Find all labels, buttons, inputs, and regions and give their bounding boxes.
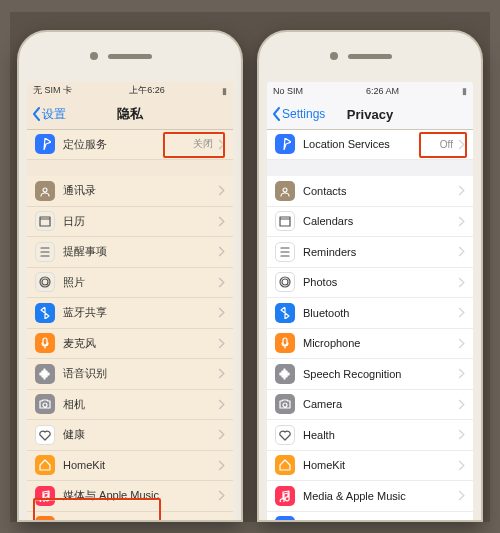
row-label: 语音识别 [63,366,213,381]
row-label: Camera [303,398,453,410]
row-contacts[interactable]: Contacts [267,176,473,207]
speech-icon [35,364,55,384]
microphone-icon [275,333,295,353]
row-label: Microphone [303,337,453,349]
row-media[interactable]: 媒体与 Apple Music [27,481,233,512]
phone-left: 无 SIM 卡上午6:26▮设置隐私定位服务关闭通讯录日历提醒事项照片蓝牙共享麦… [17,30,243,522]
calendar-icon [275,211,295,231]
row-camera[interactable]: 相机 [27,390,233,421]
row-location-services[interactable]: 定位服务关闭 [27,130,233,161]
status-bar: 无 SIM 卡上午6:26▮ [27,82,233,100]
row-value: Off [440,139,453,150]
phone-right: No SIM6:26 AM▮SettingsPrivacyLocation Se… [257,30,483,522]
row-label: 运动与健身 [63,519,213,520]
navigation-bar: SettingsPrivacy [267,100,473,130]
row-microphone[interactable]: Microphone [267,329,473,360]
row-label: Health [303,429,453,441]
row-label: 麦克风 [63,336,213,351]
row-media[interactable]: Media & Apple Music [267,481,473,512]
row-homekit[interactable]: HomeKit [27,451,233,482]
contacts-icon [35,181,55,201]
row-homekit[interactable]: HomeKit [267,451,473,482]
row-location-services[interactable]: Location ServicesOff [267,130,473,161]
clock: 6:26 AM [366,86,399,96]
row-calendars[interactable]: 日历 [27,207,233,238]
bluetooth-icon [275,303,295,323]
row-label: Calendars [303,215,453,227]
row-label: 照片 [63,275,213,290]
row-speech[interactable]: 语音识别 [27,359,233,390]
row-label: Reminders [303,246,453,258]
row-label: 通讯录 [63,183,213,198]
motion-icon [35,516,55,519]
back-label: Settings [282,107,325,121]
row-label: 提醒事项 [63,244,213,259]
calendar-icon [35,211,55,231]
row-label: Media & Apple Music [303,490,453,502]
row-label: Photos [303,276,453,288]
home-icon [35,455,55,475]
status-bar: No SIM6:26 AM▮ [267,82,473,100]
row-label: Speech Recognition [303,368,453,380]
row-health[interactable]: 健康 [27,420,233,451]
row-label: 健康 [63,427,213,442]
battery-icon: ▮ [222,86,227,96]
row-label: 定位服务 [63,137,189,152]
row-label: Location Services [303,138,436,150]
speech-icon [275,364,295,384]
row-reminders[interactable]: 提醒事项 [27,237,233,268]
row-calendars[interactable]: Calendars [267,207,473,238]
reminders-icon [275,242,295,262]
row-photos[interactable]: 照片 [27,268,233,299]
camera-icon [275,394,295,414]
settings-list: Location ServicesOffContactsCalendarsRem… [267,130,473,520]
row-label: 媒体与 Apple Music [63,488,213,503]
contacts-icon [275,181,295,201]
home-icon [275,455,295,475]
back-button[interactable]: Settings [267,107,325,121]
row-camera[interactable]: Camera [267,390,473,421]
navigation-bar: 设置隐私 [27,100,233,130]
back-button[interactable]: 设置 [27,106,66,123]
row-label: 日历 [63,214,213,229]
row-label: Contacts [303,185,453,197]
row-bluetooth[interactable]: 蓝牙共享 [27,298,233,329]
row-bluetooth[interactable]: Bluetooth [267,298,473,329]
health-icon [275,425,295,445]
reminders-icon [35,242,55,262]
research-icon [275,516,295,519]
row-reminders[interactable]: Reminders [267,237,473,268]
row-motion[interactable]: 运动与健身 [27,512,233,520]
photos-icon [275,272,295,292]
row-speech[interactable]: Speech Recognition [267,359,473,390]
camera-icon [35,394,55,414]
microphone-icon [35,333,55,353]
music-icon [35,486,55,506]
health-icon [35,425,55,445]
carrier: No SIM [273,86,303,96]
back-label: 设置 [42,106,66,123]
photos-icon [35,272,55,292]
row-label: 相机 [63,397,213,412]
battery-icon: ▮ [462,86,467,96]
row-contacts[interactable]: 通讯录 [27,176,233,207]
location-icon [35,134,55,154]
settings-list: 定位服务关闭通讯录日历提醒事项照片蓝牙共享麦克风语音识别相机健康HomeKit媒… [27,130,233,520]
music-icon [275,486,295,506]
carrier: 无 SIM 卡 [33,84,72,97]
row-research[interactable]: Research [267,512,473,520]
clock: 上午6:26 [129,84,165,97]
row-value: 关闭 [193,137,213,151]
row-label: HomeKit [63,459,213,471]
row-label: Bluetooth [303,307,453,319]
row-health[interactable]: Health [267,420,473,451]
row-label: 蓝牙共享 [63,305,213,320]
bluetooth-icon [35,303,55,323]
location-icon [275,134,295,154]
row-photos[interactable]: Photos [267,268,473,299]
row-microphone[interactable]: 麦克风 [27,329,233,360]
row-label: HomeKit [303,459,453,471]
